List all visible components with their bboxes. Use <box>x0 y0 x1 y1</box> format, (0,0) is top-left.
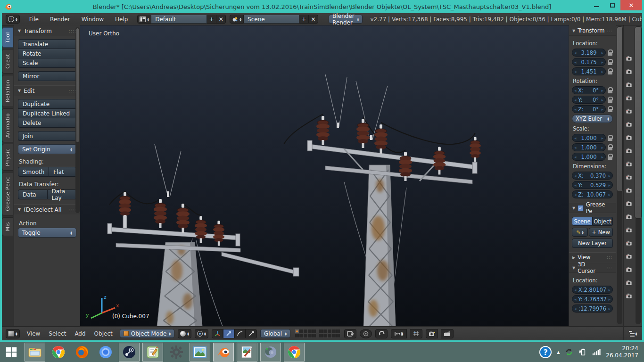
snap-target-button[interactable] <box>410 329 422 338</box>
viewport-shading-dropdown[interactable] <box>178 329 191 338</box>
camera-icon[interactable] <box>626 82 632 89</box>
render-engine-dropdown[interactable]: Blender Render <box>329 15 363 24</box>
lock-icon[interactable] <box>608 154 613 160</box>
scale-y-field[interactable]: 1.000 <box>572 143 606 151</box>
lock-icon[interactable] <box>608 135 613 141</box>
deselect-panel-header[interactable]: ▼ (De)select All :::: <box>14 204 80 214</box>
lock-icon[interactable] <box>608 144 613 150</box>
data-lay-button[interactable]: Data Lay <box>48 189 77 199</box>
lock-icon[interactable] <box>608 87 613 93</box>
location-x-field[interactable]: 3.189 <box>572 49 606 57</box>
menu-render[interactable]: Render <box>50 16 70 23</box>
taskbar-blender-icon[interactable] <box>213 343 234 362</box>
rotation-y-field[interactable]: Y:0° <box>572 96 606 104</box>
camera-icon[interactable] <box>626 95 632 102</box>
scene-add-button[interactable]: + <box>299 15 309 24</box>
camera-icon[interactable] <box>626 227 632 234</box>
hidden-icons-chevron[interactable]: ▲ <box>557 350 560 354</box>
menu-window[interactable]: Window <box>82 16 104 23</box>
camera-icon[interactable] <box>626 280 632 287</box>
shelf-tab-physic[interactable]: Physic <box>2 144 13 171</box>
grease-pencil-datablock-button[interactable]: ✎ <box>572 228 588 237</box>
snap-element-dropdown[interactable] <box>391 329 407 338</box>
camera-icon[interactable] <box>626 135 632 142</box>
snap-magnet-button[interactable] <box>375 329 388 338</box>
strip-scrollbar[interactable] <box>634 25 642 326</box>
camera-icon[interactable] <box>626 122 632 129</box>
rotation-z-field[interactable]: Z:0° <box>572 105 606 113</box>
scene-browse-button[interactable] <box>230 15 244 24</box>
camera-icon[interactable] <box>626 240 632 247</box>
location-y-field[interactable]: 0.175 <box>572 58 606 66</box>
editor-type-selector[interactable] <box>6 329 20 338</box>
lock-icon[interactable] <box>608 49 613 56</box>
translate-manipulator-button[interactable] <box>223 329 234 338</box>
taskbar-firefox-icon[interactable] <box>72 343 92 362</box>
shelf-tab-creat[interactable]: Creat <box>2 49 13 74</box>
smooth-button[interactable]: Smooth <box>18 167 49 177</box>
taskbar-settings-icon[interactable] <box>166 343 187 362</box>
dimension-x-field[interactable]: X:0.370 <box>572 172 613 180</box>
flat-button[interactable]: Flat <box>49 167 76 177</box>
taskbar-chrome-icon[interactable] <box>48 343 69 362</box>
rotation-x-field[interactable]: X:0° <box>572 86 606 94</box>
cursor-y-field[interactable]: Y: 4.76337 <box>572 295 613 303</box>
menu-file[interactable]: File <box>29 16 39 23</box>
grease-pencil-panel-header[interactable]: ▼ ✓ Grease Pe <box>569 203 616 213</box>
opengl-animation-button[interactable] <box>441 329 454 338</box>
dimension-z-field[interactable]: Z:10.067 <box>572 190 613 198</box>
camera-icon[interactable] <box>626 161 632 168</box>
scene-name-field[interactable]: Scene <box>244 15 299 24</box>
editor-type-selector[interactable]: i <box>6 15 20 24</box>
taskbar-start-icon[interactable] <box>1 343 22 362</box>
menu-help[interactable]: Help <box>115 16 128 23</box>
grease-object-tab[interactable]: Object <box>593 217 613 226</box>
cursor-z-field[interactable]: :12.79976 <box>572 304 613 313</box>
manipulator-axes-button[interactable] <box>212 329 223 338</box>
layer-cell[interactable] <box>312 333 316 338</box>
scale-manipulator-button[interactable] <box>246 329 257 338</box>
transform-panel-header[interactable]: ▼ Transform :::: <box>14 25 80 36</box>
data-button[interactable]: Data <box>18 189 48 199</box>
pivot-point-dropdown[interactable] <box>195 329 208 338</box>
action-dropdown[interactable]: Toggle <box>18 228 76 238</box>
cursor-x-field[interactable]: X:2.80107 <box>572 286 613 294</box>
layout-browse-button[interactable] <box>137 15 151 24</box>
power-tray-icon[interactable] <box>578 348 587 356</box>
location-z-field[interactable]: 1.451 <box>572 67 606 75</box>
sync-tray-icon[interactable] <box>565 348 573 356</box>
viewport-menu-object[interactable]: Object <box>94 330 113 337</box>
clock[interactable]: 20:24 26.04.2017 <box>606 345 638 359</box>
camera-icon[interactable] <box>626 254 632 261</box>
scale-z-field[interactable]: 1.000 <box>572 153 606 161</box>
cursor-panel-header[interactable]: ▼ 3D Cursor ::: <box>569 263 616 273</box>
edit-panel-header[interactable]: ▼ Edit :::: <box>14 85 80 96</box>
lock-to-scene-button[interactable] <box>344 329 356 338</box>
lock-icon[interactable] <box>608 97 613 103</box>
translate-button[interactable]: Translate <box>18 39 76 49</box>
camera-icon[interactable] <box>626 69 632 76</box>
taskbar-chromium-icon[interactable] <box>95 343 116 362</box>
camera-icon[interactable] <box>626 201 632 208</box>
layout-add-button[interactable]: + <box>207 15 216 24</box>
layer-cell[interactable] <box>336 333 340 338</box>
lock-icon[interactable] <box>608 68 613 74</box>
taskbar-steam-icon[interactable] <box>119 343 140 362</box>
taskbar-daemon-icon[interactable] <box>260 343 281 362</box>
camera-icon[interactable] <box>626 267 632 274</box>
layout-delete-button[interactable]: ✕ <box>216 15 226 24</box>
shelf-tab-grease-penc[interactable]: Grease Penc <box>2 172 13 216</box>
teamviewer-tray-icon[interactable]: ? <box>539 346 552 358</box>
shelf-tab-mis[interactable]: Mis <box>2 217 13 236</box>
camera-icon[interactable] <box>626 148 632 155</box>
tool-shelf-scrollbar[interactable] <box>75 27 80 213</box>
camera-icon[interactable] <box>626 214 632 221</box>
lock-icon[interactable] <box>608 59 613 65</box>
dimension-y-field[interactable]: Y:0.529 <box>572 181 613 189</box>
scale-button[interactable]: Scale <box>18 58 76 68</box>
mirror-button[interactable]: Mirror <box>18 71 76 81</box>
camera-icon[interactable] <box>626 56 632 63</box>
new-layer-button[interactable]: New Layer <box>572 239 613 248</box>
scale-x-field[interactable]: 1.000 <box>572 134 606 142</box>
camera-icon[interactable] <box>626 188 632 195</box>
